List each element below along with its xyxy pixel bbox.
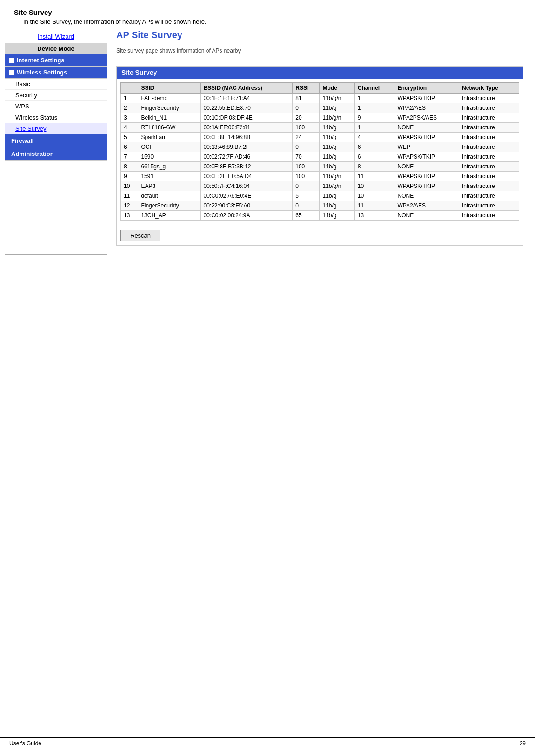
checkbox-icon [9,58,14,63]
table-cell: 00:22:55:ED:E8:70 [201,103,293,113]
table-cell: Infrastructure [459,201,519,211]
table-cell: 9 [121,172,138,181]
table-cell: 81 [293,94,320,103]
col-ssid: SSID [138,83,201,94]
table-cell: 11b/g/n [320,113,354,123]
table-cell: 70 [293,152,320,162]
table-header-row: SSID BSSID (MAC Address) RSSI Mode Chann… [121,83,519,94]
sidebar-label-firewall: Firewall [11,137,33,144]
table-cell: 1 [121,94,138,103]
sidebar-item-site-survey[interactable]: Site Survey [5,123,107,134]
sidebar-item-basic[interactable]: Basic [5,79,107,90]
table-row: 1FAE-demo00:1F:1F:1F:71:A48111b/g/n1WPAP… [121,94,519,103]
table-cell: 24 [293,133,320,142]
table-cell: 00:1F:1F:1F:71:A4 [201,94,293,103]
table-row: 5SparkLan00:0E:8E:14:96:8B2411b/g4WPAPSK… [121,133,519,142]
table-cell: FingerSecurirty [138,103,201,113]
sidebar-item-administration[interactable]: Administration [5,147,107,161]
table-cell: 20 [293,113,320,123]
table-cell: 11b/g [320,123,354,133]
table-cell: WPAPSK/TKIP [395,181,459,191]
table-cell: default [138,191,201,201]
table-row: 6OCI00:13:46:89:B7:2F011b/g6WEPInfrastru… [121,142,519,152]
table-cell: 65 [293,211,320,221]
table-cell: 11b/g [320,103,354,113]
col-network-type: Network Type [459,83,519,94]
table-cell: Belkin_N1 [138,113,201,123]
sidebar-label-basic: Basic [15,80,30,87]
sidebar-item-internet-settings[interactable]: Internet Settings [5,54,107,67]
table-cell: 00:1A:EF:00:F2:81 [201,123,293,133]
table-cell: 13CH_AP [138,211,201,221]
col-channel: Channel [354,83,395,94]
content-description: Site survey page shows information of AP… [116,47,523,59]
table-cell: 00:02:72:7F:AD:46 [201,152,293,162]
table-cell: 11b/g [320,142,354,152]
table-cell: 100 [293,172,320,181]
survey-table: SSID BSSID (MAC Address) RSSI Mode Chann… [120,82,519,221]
table-cell: WPAPSK/TKIP [395,94,459,103]
sidebar-item-wps[interactable]: WPS [5,101,107,112]
table-cell: 5 [293,191,320,201]
table-cell: 11b/g [320,133,354,142]
table-cell: Infrastructure [459,113,519,123]
table-cell: 11b/g [320,152,354,162]
footer: User's Guide 29 [0,737,535,749]
table-cell: 2 [121,103,138,113]
survey-table-wrapper: SSID BSSID (MAC Address) RSSI Mode Chann… [117,79,523,245]
sidebar-item-wireless-status[interactable]: Wireless Status [5,112,107,123]
table-cell: 11 [121,191,138,201]
sidebar-install-wizard[interactable]: Install Wizard [5,30,107,43]
sidebar-item-firewall[interactable]: Firewall [5,134,107,147]
table-cell: FingerSecurirty [138,201,201,211]
table-cell: WPAPSK/TKIP [395,172,459,181]
table-cell: 11b/g [320,191,354,201]
page-intro: In the Site Survey, the information of n… [23,18,521,25]
sidebar-label-administration: Administration [11,150,54,157]
table-cell: NONE [395,211,459,221]
footer-left: User's Guide [9,740,41,747]
checkbox-icon-wireless [9,70,14,75]
table-cell: Infrastructure [459,172,519,181]
table-cell: 10 [354,191,395,201]
table-cell: 1590 [138,152,201,162]
table-cell: NONE [395,191,459,201]
table-cell: 00:13:46:89:B7:2F [201,142,293,152]
table-cell: 1591 [138,172,201,181]
table-cell: 4 [354,133,395,142]
table-cell: 1 [354,103,395,113]
table-cell: 11b/g [320,162,354,172]
table-cell: 11b/g/n [320,94,354,103]
sidebar-item-wireless-settings[interactable]: Wireless Settings [5,67,107,79]
table-row: 3Belkin_N100:1C:DF:03:DF:4E2011b/g/n9WPA… [121,113,519,123]
table-cell: SparkLan [138,133,201,142]
col-encryption: Encryption [395,83,459,94]
table-cell: 5 [121,133,138,142]
table-row: 12FingerSecurirty00:22:90:C3:F5:A0011b/g… [121,201,519,211]
table-cell: WPAPSK/TKIP [395,152,459,162]
table-cell: 100 [293,123,320,133]
sidebar-item-security[interactable]: Security [5,90,107,101]
content-title: AP Site Survey [116,30,523,43]
sidebar-label-security: Security [15,92,37,99]
col-bssid: BSSID (MAC Address) [201,83,293,94]
table-cell: 10 [354,181,395,191]
table-cell: 10 [121,181,138,191]
sidebar: Install Wizard Device Mode Internet Sett… [5,30,107,255]
table-cell: 8 [121,162,138,172]
table-cell: 3 [121,113,138,123]
table-cell: RTL8186-GW [138,123,201,133]
table-cell: 6 [354,142,395,152]
table-cell: 1 [354,94,395,103]
table-cell: WPA2PSK/AES [395,113,459,123]
site-survey-section: Site Survey SSID BSSID (MAC Address) RSS… [116,66,523,246]
table-cell: 7 [121,152,138,162]
table-cell: 100 [293,162,320,172]
table-cell: 6615gs_g [138,162,201,172]
table-row: 7159000:02:72:7F:AD:467011b/g6WPAPSK/TKI… [121,152,519,162]
table-cell: 0 [293,181,320,191]
rescan-button[interactable]: Rescan [120,230,160,241]
table-cell: 11 [354,201,395,211]
table-cell: 6 [121,142,138,152]
table-cell: OCI [138,142,201,152]
